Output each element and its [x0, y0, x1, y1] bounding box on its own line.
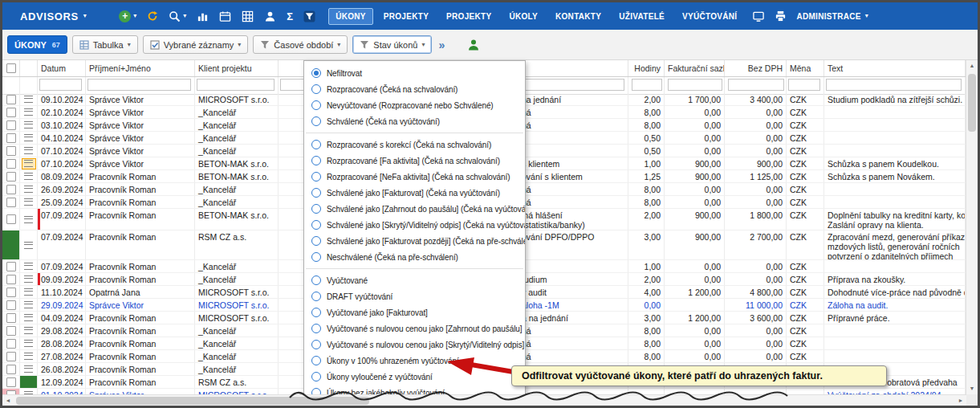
filter-option[interactable]: Schválené jako [Fakturovat] (Čeká na vyú… [304, 185, 525, 201]
filter-option[interactable]: Vyúčtované s nulovou cenou jako [Skrytý/… [304, 337, 525, 353]
filter-option[interactable]: DRAFT vyúčtování [304, 288, 525, 304]
row-menu-button[interactable] [22, 326, 35, 336]
filter-option[interactable]: Nevyúčtované (Rozpracované nebo Schválen… [304, 97, 525, 113]
row-checkbox[interactable] [6, 339, 16, 349]
radio-icon[interactable] [311, 324, 321, 333]
row-menu-button[interactable] [22, 365, 35, 374]
row-menu-button[interactable] [22, 133, 35, 143]
column-header-amount[interactable]: Bez DPH [725, 60, 787, 76]
filter-option[interactable]: Nefiltrovat [304, 65, 525, 81]
row-menu-button[interactable] [22, 146, 35, 156]
row-menu-button[interactable] [22, 275, 35, 284]
filter-option[interactable]: Rozpracované [Fa aktivita] (Čeká na schv… [304, 153, 525, 169]
filter-input-rate[interactable] [668, 79, 722, 91]
row-checkbox[interactable] [6, 326, 16, 336]
export-button[interactable] [752, 10, 765, 22]
radio-icon[interactable] [311, 172, 321, 182]
filter-input-hours[interactable] [632, 79, 662, 91]
selected-records-button[interactable]: Vybrané záznamy ▾ [143, 35, 249, 54]
row-menu-button[interactable] [22, 198, 35, 207]
select-all-checkbox[interactable] [6, 63, 16, 73]
filter-option[interactable]: Vyúčtované [304, 272, 525, 288]
column-header-client[interactable]: Klient projektu [195, 60, 279, 76]
row-checkbox[interactable] [6, 365, 16, 374]
scroll-down-icon[interactable]: ▼ [966, 383, 978, 394]
row-checkbox[interactable] [6, 198, 16, 207]
scroll-right-icon[interactable]: ► [955, 395, 966, 406]
row-menu-button[interactable] [22, 158, 36, 169]
print-button[interactable] [775, 10, 787, 22]
row-menu-button[interactable] [22, 108, 35, 117]
task-state-button[interactable]: Stav úkonů ▾ [352, 35, 432, 54]
row-checkbox[interactable] [6, 377, 16, 387]
filter-input-cur[interactable] [788, 79, 820, 91]
more-filters-chevrons[interactable]: » [438, 39, 445, 51]
row-menu-button[interactable] [22, 95, 35, 104]
filter-option[interactable]: Rozpracované (Čeká na schvalování) [304, 81, 525, 97]
nav-item-5[interactable]: UŽIVATELÉ [612, 8, 672, 25]
row-menu-button[interactable] [22, 339, 35, 349]
scroll-up-icon[interactable]: ▲ [966, 60, 978, 71]
row-checkbox[interactable] [6, 185, 16, 194]
filter-button[interactable] [303, 10, 315, 22]
row-checkbox[interactable] [6, 172, 16, 182]
row-menu-button[interactable] [22, 300, 35, 310]
add-button[interactable]: + ▾ [119, 10, 136, 22]
filter-option[interactable]: Rozpracované s korekcí (Čeká na schvalov… [304, 137, 525, 153]
filter-option[interactable]: Schválené jako [Fakturovat později] (Ček… [304, 233, 525, 249]
column-header-rate[interactable]: Fakturační sazba [665, 60, 725, 76]
filter-option[interactable]: Schválené jako [Skrytý/Viditelný odpis] … [304, 217, 525, 233]
search-button[interactable]: ▾ [169, 10, 186, 22]
filter-input-client[interactable] [197, 79, 274, 91]
radio-icon[interactable] [311, 340, 321, 349]
row-menu-button[interactable] [22, 172, 35, 182]
row-menu-button[interactable] [22, 185, 35, 194]
vertical-scrollbar[interactable]: ▲ ▼ [966, 60, 978, 394]
filter-input-date[interactable] [39, 79, 82, 91]
row-checkbox[interactable] [6, 262, 16, 271]
column-header-name[interactable]: Příjmení+Jméno [86, 60, 195, 76]
scroll-left-icon[interactable]: ◄ [2, 395, 14, 406]
radio-icon[interactable] [311, 275, 321, 285]
filter-input-name[interactable] [87, 79, 191, 91]
row-menu-button[interactable] [22, 262, 35, 271]
radio-icon[interactable] [311, 292, 321, 301]
nav-item-2[interactable]: PROJEKTY [439, 8, 498, 25]
radio-icon[interactable] [311, 84, 321, 94]
radio-icon[interactable] [311, 140, 321, 149]
vertical-scroll-thumb[interactable] [968, 74, 976, 132]
filter-input-text[interactable] [826, 79, 962, 91]
row-checkbox[interactable] [6, 146, 16, 156]
row-checkbox[interactable] [6, 275, 16, 284]
calendar-button[interactable] [219, 10, 231, 22]
row-checkbox[interactable] [6, 300, 16, 310]
row-checkbox[interactable] [6, 159, 16, 169]
filter-option[interactable]: Schválené (Čeká na vyúčtování) [304, 113, 525, 129]
radio-icon[interactable] [311, 68, 321, 78]
radio-icon[interactable] [311, 220, 321, 230]
nav-item-6[interactable]: VYÚČTOVÁNÍ [675, 8, 744, 25]
table-view-button[interactable]: Tabulka ▾ [72, 35, 138, 54]
row-menu-button[interactable] [22, 288, 35, 297]
radio-icon[interactable] [311, 252, 321, 262]
filter-option[interactable]: Vyúčtované s nulovou cenou jako [Zahrnou… [304, 320, 525, 337]
sum-button[interactable]: Σ [287, 10, 293, 22]
radio-icon[interactable] [311, 308, 321, 317]
reports-button[interactable] [197, 10, 209, 22]
filter-option[interactable]: Neschválené (Čeká na pře-schválení) [304, 249, 525, 265]
radio-icon[interactable] [311, 188, 321, 198]
row-checkbox[interactable] [6, 108, 16, 117]
filter-option[interactable]: Vyúčtované jako [Fakturovat] [304, 304, 525, 320]
radio-icon[interactable] [311, 156, 321, 165]
nav-item-0[interactable]: ÚKONY [328, 8, 373, 25]
row-checkbox[interactable] [6, 133, 16, 143]
row-menu-button[interactable] [22, 240, 35, 250]
filter-input-amount[interactable] [728, 79, 784, 91]
nav-item-4[interactable]: KONTAKTY [548, 8, 608, 25]
user-filter-button[interactable] [467, 39, 480, 51]
column-header-cur[interactable]: Měna [787, 60, 824, 76]
brand-menu[interactable]: ADVISORS ▾ [20, 10, 87, 22]
row-checkbox[interactable] [6, 288, 16, 297]
radio-icon[interactable] [311, 236, 321, 246]
row-menu-button[interactable] [22, 120, 35, 130]
